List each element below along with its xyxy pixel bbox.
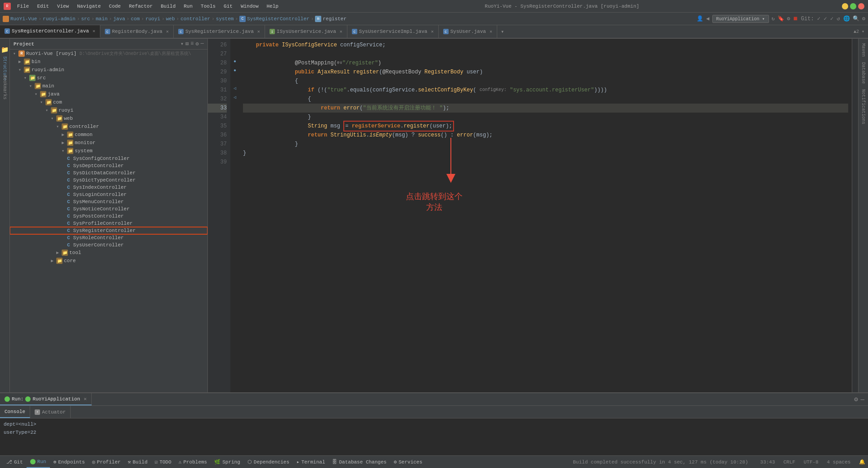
- bc-src[interactable]: src: [81, 16, 90, 22]
- structure-panel-tab[interactable]: Structure: [1, 59, 9, 77]
- tree-ruoyi[interactable]: ▾ 📁 ruoyi: [10, 106, 207, 114]
- tree-sysdicttypecontroller[interactable]: C SysDictTypeController: [10, 177, 207, 184]
- maven-panel-tab[interactable]: Maven: [860, 41, 867, 59]
- footer-build[interactable]: ⚒ Build: [124, 456, 151, 468]
- tab-overflow-menu[interactable]: ▾: [497, 25, 508, 38]
- menu-edit[interactable]: Edit: [33, 3, 52, 10]
- run-tab-header[interactable]: Run: RuoYiApplication ✕: [0, 393, 92, 405]
- close-button[interactable]: [858, 3, 864, 9]
- sidebar-dropdown[interactable]: ▾: [180, 41, 184, 47]
- sidebar-filter[interactable]: ⚙: [196, 41, 199, 47]
- nav-stop[interactable]: ⏹: [793, 15, 798, 22]
- footer-profiler[interactable]: ◎ Profiler: [89, 456, 124, 468]
- sidebar-gear[interactable]: ⊞: [185, 41, 189, 47]
- footer-run[interactable]: Run: [27, 456, 50, 468]
- nav-refresh[interactable]: ↻: [772, 15, 775, 22]
- project-panel-tab[interactable]: 📁: [1, 41, 9, 59]
- actuator-tab[interactable]: ⚡ Actuator: [30, 406, 71, 418]
- tab-sysuser[interactable]: C SysUser.java ✕: [439, 25, 497, 38]
- bc-ruoyi-admin[interactable]: ruoyi-admin: [43, 16, 76, 22]
- menu-run[interactable]: Run: [180, 3, 196, 10]
- tree-sysdictdatacontroller[interactable]: C SysDictDataController: [10, 169, 207, 177]
- tree-sysconfigcontroller[interactable]: C SysConfigController: [10, 155, 207, 162]
- tree-web[interactable]: ▾ 📁 web: [10, 114, 207, 123]
- menu-file[interactable]: File: [13, 3, 32, 10]
- footer-services[interactable]: ⚙ Services: [390, 456, 426, 468]
- tree-sysmenucontroller[interactable]: C SysMenuController: [10, 198, 207, 205]
- bc-com[interactable]: com: [131, 16, 140, 22]
- bc-system[interactable]: system: [216, 16, 234, 22]
- tree-tool[interactable]: ▶ 📁 tool: [10, 249, 207, 257]
- bc-controller[interactable]: controller: [180, 16, 210, 22]
- tree-system[interactable]: ▾ 📁 system: [10, 147, 207, 155]
- menu-view[interactable]: View: [54, 3, 72, 10]
- tree-syslogincontroller[interactable]: C SysLoginController: [10, 191, 207, 198]
- status-indent[interactable]: 4 spaces: [827, 459, 851, 465]
- footer-git[interactable]: ⎇ Git: [3, 456, 27, 468]
- notifications-panel-tab[interactable]: Notifications: [860, 86, 867, 127]
- menu-window[interactable]: Window: [237, 3, 262, 10]
- tree-sysdeptcontroller[interactable]: C SysDeptController: [10, 162, 207, 169]
- tree-root[interactable]: ▾ R RuoYi-Vue [ruoyi] D:\OneDrive文件夹\One…: [10, 50, 207, 58]
- bc-main[interactable]: main: [96, 16, 108, 22]
- sidebar-collapse[interactable]: —: [201, 41, 204, 47]
- tab-sysuserserviceimpl[interactable]: C SysUserServiceImpl.java ✕: [347, 25, 439, 38]
- bc-ruoyi-vue[interactable]: RuoYi-Vue: [10, 16, 37, 22]
- footer-todo[interactable]: ☑ TODO: [151, 456, 175, 468]
- tree-sysrolecontroller[interactable]: C SysRoleController: [10, 234, 207, 241]
- tree-ruoyi-admin[interactable]: ▾ 📁 ruoyi-admin: [10, 66, 207, 74]
- menu-navigate[interactable]: Navigate: [73, 3, 104, 10]
- run-tab-close[interactable]: ✕: [84, 396, 87, 402]
- tree-src[interactable]: ▾ 📁 src: [10, 74, 207, 82]
- tab-close-body[interactable]: ✕: [166, 29, 169, 34]
- menu-refactor[interactable]: Refactor: [125, 3, 156, 10]
- tree-sysusercontroller[interactable]: C SysUserController: [10, 241, 207, 249]
- tab-close-user[interactable]: ✕: [490, 29, 492, 34]
- footer-dependencies[interactable]: ⬡ Dependencies: [244, 456, 293, 468]
- tab-close-service[interactable]: ✕: [257, 29, 260, 34]
- tree-controller[interactable]: ▾ 📁 controller: [10, 123, 207, 131]
- maximize-button[interactable]: [850, 3, 856, 9]
- bc-java[interactable]: java: [113, 16, 125, 22]
- status-crlf[interactable]: CRLF: [783, 459, 795, 465]
- tree-common[interactable]: ▶ 📁 common: [10, 131, 207, 139]
- footer-spring[interactable]: 🌿 Spring: [211, 456, 244, 468]
- code-content[interactable]: private ISysConfigService configService;…: [239, 39, 852, 392]
- tree-monitor[interactable]: ▶ 📁 monitor: [10, 139, 207, 147]
- menu-build[interactable]: Build: [157, 3, 179, 10]
- tab-sysregisterservice[interactable]: C SysRegisterService.java ✕: [174, 25, 265, 38]
- bottom-gear[interactable]: ⚙: [854, 395, 858, 403]
- footer-problems[interactable]: ⚠ Problems: [175, 456, 211, 468]
- footer-database-changes[interactable]: 🗄 Database Changes: [328, 456, 390, 468]
- tab-isysuserservice[interactable]: I ISysUserService.java ✕: [265, 25, 347, 38]
- minimize-button[interactable]: [842, 3, 848, 9]
- nav-bookmark[interactable]: 🔖: [778, 15, 784, 22]
- tree-core[interactable]: ▶ 📁 core: [10, 257, 207, 265]
- status-charset[interactable]: UTF-8: [804, 459, 819, 465]
- nav-search[interactable]: 🔍: [853, 15, 859, 22]
- tab-registerbody[interactable]: C RegisterBody.java ✕: [100, 25, 174, 38]
- nav-settings[interactable]: ⚙: [862, 15, 865, 22]
- editor-scrollbar[interactable]: [852, 39, 858, 392]
- bc-web[interactable]: web: [166, 16, 175, 22]
- tree-bin[interactable]: ▶ 📁 bin: [10, 58, 207, 66]
- run-config-selector[interactable]: RuoYiApplication ▾: [712, 15, 769, 23]
- menu-help[interactable]: Help: [263, 3, 282, 10]
- tree-sysprofilecontroller[interactable]: C SysProfileController: [10, 220, 207, 227]
- menu-tools[interactable]: Tools: [197, 3, 219, 10]
- tab-close-impl[interactable]: ✕: [431, 29, 434, 34]
- bc-method[interactable]: register: [323, 16, 346, 22]
- tab-sysregistercontroller[interactable]: C SysRegisterController.java ✕: [0, 25, 100, 38]
- nav-debug[interactable]: ⚙: [787, 15, 790, 22]
- bookmarks-panel-tab[interactable]: Bookmarks: [1, 78, 9, 96]
- footer-endpoints[interactable]: ⊕ Endpoints: [50, 456, 89, 468]
- tree-sysregistercontroller[interactable]: C SysRegisterController: [10, 227, 207, 234]
- editor-viewport[interactable]: 26 27 28 29 30 31 32 33 34 35 36 37 38 3…: [208, 39, 858, 392]
- tree-main[interactable]: ▾ 📁 main: [10, 82, 207, 90]
- menu-code[interactable]: Code: [105, 3, 124, 10]
- tree-java[interactable]: ▾ 📁 java: [10, 90, 207, 98]
- footer-terminal[interactable]: ▸ Terminal: [293, 456, 328, 468]
- sidebar-sort[interactable]: ≡: [190, 41, 193, 47]
- database-panel-tab[interactable]: Database: [860, 59, 867, 86]
- bc-ruoyi[interactable]: ruoyi: [145, 16, 160, 22]
